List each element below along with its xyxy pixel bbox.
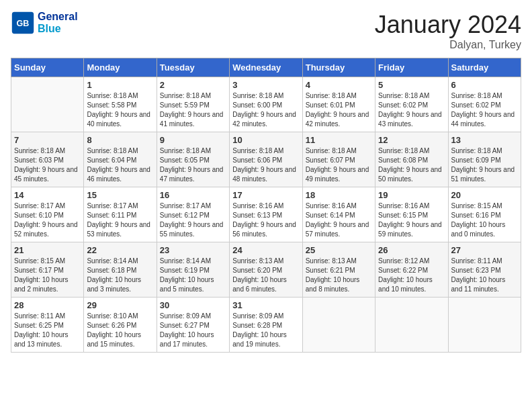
- day-info: Sunrise: 8:18 AMSunset: 6:01 PMDaylight:…: [306, 91, 372, 129]
- calendar-cell: [448, 298, 521, 353]
- calendar-week-row: 1Sunrise: 8:18 AMSunset: 5:58 PMDaylight…: [11, 77, 521, 132]
- logo-icon: GB: [11, 11, 35, 35]
- calendar-cell: 9Sunrise: 8:18 AMSunset: 6:05 PMDaylight…: [157, 132, 229, 187]
- day-info: Sunrise: 8:18 AMSunset: 6:04 PMDaylight:…: [87, 146, 153, 184]
- day-info: Sunrise: 8:18 AMSunset: 5:58 PMDaylight:…: [87, 91, 153, 129]
- day-number: 22: [87, 245, 153, 255]
- day-number: 29: [87, 300, 153, 310]
- day-info: Sunrise: 8:11 AMSunset: 6:25 PMDaylight:…: [14, 312, 81, 349]
- calendar-week-row: 28Sunrise: 8:11 AMSunset: 6:25 PMDayligh…: [11, 298, 521, 353]
- calendar-cell: 3Sunrise: 8:18 AMSunset: 6:00 PMDaylight…: [230, 77, 302, 132]
- calendar-cell: [302, 298, 375, 353]
- calendar-cell: 14Sunrise: 8:17 AMSunset: 6:10 PMDayligh…: [11, 187, 84, 242]
- day-info: Sunrise: 8:13 AMSunset: 6:21 PMDaylight:…: [306, 257, 372, 294]
- calendar-cell: 26Sunrise: 8:12 AMSunset: 6:22 PMDayligh…: [375, 242, 448, 298]
- day-number: 24: [232, 245, 299, 255]
- day-info: Sunrise: 8:17 AMSunset: 6:10 PMDaylight:…: [14, 201, 81, 239]
- header-day-friday: Friday: [375, 58, 448, 77]
- calendar-cell: 17Sunrise: 8:16 AMSunset: 6:13 PMDayligh…: [230, 187, 302, 242]
- calendar-cell: 22Sunrise: 8:14 AMSunset: 6:18 PMDayligh…: [84, 242, 157, 298]
- calendar-cell: 15Sunrise: 8:17 AMSunset: 6:11 PMDayligh…: [84, 187, 157, 242]
- calendar-cell: 6Sunrise: 8:18 AMSunset: 6:02 PMDaylight…: [448, 77, 521, 132]
- day-number: 28: [14, 300, 81, 310]
- svg-text:GB: GB: [17, 19, 30, 28]
- header-day-tuesday: Tuesday: [157, 58, 229, 77]
- day-info: Sunrise: 8:18 AMSunset: 6:05 PMDaylight:…: [160, 146, 226, 184]
- header-day-wednesday: Wednesday: [230, 58, 302, 77]
- calendar-table: SundayMondayTuesdayWednesdayThursdayFrid…: [11, 58, 521, 353]
- calendar-cell: 4Sunrise: 8:18 AMSunset: 6:01 PMDaylight…: [302, 77, 375, 132]
- calendar-cell: 20Sunrise: 8:15 AMSunset: 6:16 PMDayligh…: [448, 187, 521, 242]
- calendar-cell: 2Sunrise: 8:18 AMSunset: 5:59 PMDaylight…: [157, 77, 229, 132]
- calendar-cell: 19Sunrise: 8:16 AMSunset: 6:15 PMDayligh…: [375, 187, 448, 242]
- day-number: 19: [378, 190, 445, 200]
- calendar-week-row: 21Sunrise: 8:15 AMSunset: 6:17 PMDayligh…: [11, 242, 521, 298]
- title-block: January 2024 Dalyan, Turkey: [375, 11, 521, 51]
- day-number: 6: [451, 80, 518, 90]
- day-number: 10: [232, 135, 299, 145]
- calendar-cell: 7Sunrise: 8:18 AMSunset: 6:03 PMDaylight…: [11, 132, 84, 187]
- calendar-cell: 30Sunrise: 8:09 AMSunset: 6:27 PMDayligh…: [157, 298, 229, 353]
- day-number: 9: [160, 135, 226, 145]
- calendar-week-row: 14Sunrise: 8:17 AMSunset: 6:10 PMDayligh…: [11, 187, 521, 242]
- day-number: 2: [160, 80, 226, 90]
- day-number: 26: [378, 245, 445, 255]
- calendar-cell: 21Sunrise: 8:15 AMSunset: 6:17 PMDayligh…: [11, 242, 84, 298]
- calendar-body: 1Sunrise: 8:18 AMSunset: 5:58 PMDaylight…: [11, 77, 521, 353]
- day-number: 17: [232, 190, 299, 200]
- logo-blue-text: Blue: [38, 23, 61, 34]
- day-info: Sunrise: 8:14 AMSunset: 6:19 PMDaylight:…: [160, 257, 226, 294]
- calendar-cell: [11, 77, 84, 132]
- day-info: Sunrise: 8:15 AMSunset: 6:16 PMDaylight:…: [451, 201, 518, 239]
- header-day-thursday: Thursday: [302, 58, 375, 77]
- logo: GB General Blue: [11, 11, 78, 35]
- day-info: Sunrise: 8:16 AMSunset: 6:14 PMDaylight:…: [306, 201, 372, 239]
- day-info: Sunrise: 8:17 AMSunset: 6:12 PMDaylight:…: [160, 201, 226, 239]
- day-number: 3: [232, 80, 299, 90]
- day-info: Sunrise: 8:18 AMSunset: 6:02 PMDaylight:…: [451, 91, 518, 129]
- day-info: Sunrise: 8:15 AMSunset: 6:17 PMDaylight:…: [14, 257, 81, 294]
- day-number: 18: [306, 190, 372, 200]
- header-row: SundayMondayTuesdayWednesdayThursdayFrid…: [11, 58, 521, 77]
- calendar-cell: 27Sunrise: 8:11 AMSunset: 6:23 PMDayligh…: [448, 242, 521, 298]
- calendar-cell: 11Sunrise: 8:18 AMSunset: 6:07 PMDayligh…: [302, 132, 375, 187]
- day-number: 8: [87, 135, 153, 145]
- day-info: Sunrise: 8:09 AMSunset: 6:27 PMDaylight:…: [160, 312, 226, 349]
- location-subtitle: Dalyan, Turkey: [375, 39, 521, 51]
- calendar-cell: 16Sunrise: 8:17 AMSunset: 6:12 PMDayligh…: [157, 187, 229, 242]
- day-number: 12: [378, 135, 445, 145]
- day-info: Sunrise: 8:16 AMSunset: 6:13 PMDaylight:…: [232, 201, 299, 239]
- day-number: 21: [14, 245, 81, 255]
- day-number: 16: [160, 190, 226, 200]
- day-info: Sunrise: 8:17 AMSunset: 6:11 PMDaylight:…: [87, 201, 153, 239]
- calendar-header: SundayMondayTuesdayWednesdayThursdayFrid…: [11, 58, 521, 77]
- day-info: Sunrise: 8:14 AMSunset: 6:18 PMDaylight:…: [87, 257, 153, 294]
- page-header: GB General Blue January 2024 Dalyan, Tur…: [11, 11, 521, 51]
- header-day-sunday: Sunday: [11, 58, 84, 77]
- day-number: 27: [451, 245, 518, 255]
- calendar-cell: 5Sunrise: 8:18 AMSunset: 6:02 PMDaylight…: [375, 77, 448, 132]
- day-info: Sunrise: 8:18 AMSunset: 6:09 PMDaylight:…: [451, 146, 518, 184]
- day-info: Sunrise: 8:18 AMSunset: 6:03 PMDaylight:…: [14, 146, 81, 184]
- calendar-cell: 25Sunrise: 8:13 AMSunset: 6:21 PMDayligh…: [302, 242, 375, 298]
- day-info: Sunrise: 8:10 AMSunset: 6:26 PMDaylight:…: [87, 312, 153, 349]
- calendar-cell: 23Sunrise: 8:14 AMSunset: 6:19 PMDayligh…: [157, 242, 229, 298]
- day-number: 15: [87, 190, 153, 200]
- day-info: Sunrise: 8:18 AMSunset: 6:08 PMDaylight:…: [378, 146, 445, 184]
- day-number: 1: [87, 80, 153, 90]
- day-info: Sunrise: 8:13 AMSunset: 6:20 PMDaylight:…: [232, 257, 299, 294]
- calendar-cell: 12Sunrise: 8:18 AMSunset: 6:08 PMDayligh…: [375, 132, 448, 187]
- day-number: 7: [14, 135, 81, 145]
- day-info: Sunrise: 8:18 AMSunset: 6:06 PMDaylight:…: [232, 146, 299, 184]
- calendar-cell: 1Sunrise: 8:18 AMSunset: 5:58 PMDaylight…: [84, 77, 157, 132]
- day-info: Sunrise: 8:18 AMSunset: 6:00 PMDaylight:…: [232, 91, 299, 129]
- day-info: Sunrise: 8:09 AMSunset: 6:28 PMDaylight:…: [232, 312, 299, 349]
- logo-general-text: General: [38, 11, 78, 22]
- day-number: 23: [160, 245, 226, 255]
- calendar-cell: 28Sunrise: 8:11 AMSunset: 6:25 PMDayligh…: [11, 298, 84, 353]
- calendar-cell: 29Sunrise: 8:10 AMSunset: 6:26 PMDayligh…: [84, 298, 157, 353]
- day-number: 30: [160, 300, 226, 310]
- calendar-cell: 8Sunrise: 8:18 AMSunset: 6:04 PMDaylight…: [84, 132, 157, 187]
- calendar-cell: 10Sunrise: 8:18 AMSunset: 6:06 PMDayligh…: [230, 132, 302, 187]
- day-number: 13: [451, 135, 518, 145]
